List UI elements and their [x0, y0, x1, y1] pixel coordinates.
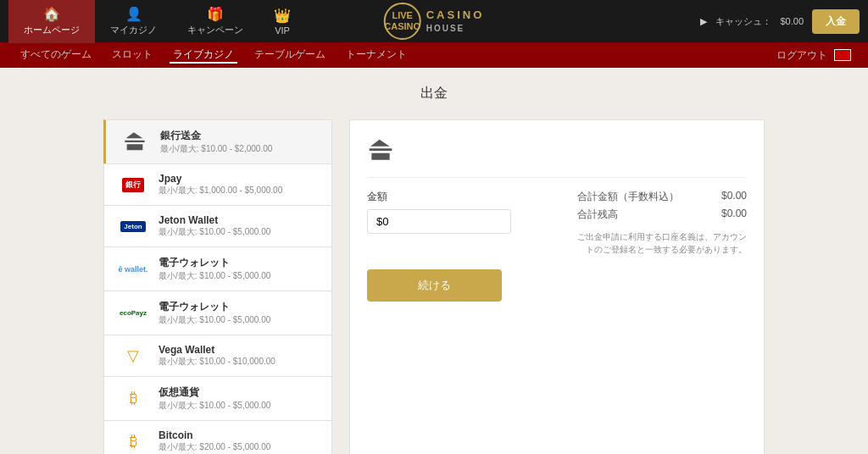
ewallet-icon: ê wallet.: [116, 257, 150, 281]
confirm-button[interactable]: 続ける: [367, 269, 502, 302]
withdrawal-form: 金額 合計金額（手数料込） $0.00 合計残高 $0.00 ご出金申請に利用す…: [349, 119, 765, 454]
bitcoin-info: Bitcoin 最小/最大: $20.00 - $5,000.00: [159, 429, 320, 453]
crypto-range: 最小/最大: $10.00 - $5,000.00: [159, 400, 320, 412]
summary-balance-row: 合計残高 $0.00: [577, 208, 747, 222]
vega-icon: ▽: [116, 344, 150, 368]
fee-label: 合計金額（手数料込）: [577, 190, 679, 204]
vega-info: Vega Wallet 最小/最大: $10.00 - $10,000.00: [159, 344, 320, 368]
flag-icon[interactable]: [834, 49, 851, 61]
jeton-name: Jeton Wallet: [159, 214, 320, 226]
logo: LIVECASINO CASINOHOUSE: [384, 3, 485, 40]
balance-label: 合計残高: [577, 208, 618, 222]
bank-range: 最小/最大: $10.00 - $2,000.00: [160, 143, 320, 155]
nav-vip-label: VIP: [275, 25, 290, 36]
bitcoin-range: 最小/最大: $20.00 - $5,000.00: [159, 441, 320, 453]
subnav-slots[interactable]: スロット: [108, 47, 156, 64]
home-icon: 🏠: [43, 6, 60, 22]
jeton-info: Jeton Wallet 最小/最大: $10.00 - $5,000.00: [159, 214, 320, 238]
nav-home-label: ホームページ: [24, 24, 80, 36]
payment-item-bitcoin[interactable]: ₿ Bitcoin 最小/最大: $20.00 - $5,000.00: [103, 420, 332, 454]
ewallet-range: 最小/最大: $10.00 - $5,000.00: [159, 270, 320, 282]
bitcoin-name: Bitcoin: [159, 429, 320, 441]
amount-input[interactable]: [367, 209, 511, 234]
cash-value: $0.00: [780, 16, 804, 26]
payment-item-jeton[interactable]: Jeton Jeton Wallet 最小/最大: $10.00 - $5,00…: [103, 205, 332, 246]
ecopayz-info: 電子ウォレット 最小/最大: $10.00 - $5,000.00: [159, 300, 320, 326]
subnav: すべてのゲーム スロット ライブカジノ テーブルゲーム トーナメント ログアウト: [0, 42, 868, 68]
cash-label: キャッシュ：: [715, 15, 771, 28]
subnav-tournament[interactable]: トーナメント: [342, 47, 410, 64]
amount-section: 金額: [367, 190, 543, 234]
nav-home[interactable]: 🏠 ホームページ: [8, 0, 95, 43]
nav-campaign[interactable]: 🎁 キャンペーン: [172, 0, 259, 43]
bank-icon: [118, 130, 152, 154]
main-content: 出金 銀行送金 最小/最大: $10.00 - $2,000.00 銀行: [0, 68, 868, 454]
payment-item-bank[interactable]: 銀行送金 最小/最大: $10.00 - $2,000.00: [103, 119, 332, 163]
crypto-name: 仮想通貨: [159, 385, 320, 400]
payment-item-crypto[interactable]: ₿ 仮想通貨 最小/最大: $10.00 - $5,000.00: [103, 376, 332, 420]
crypto-info: 仮想通貨 最小/最大: $10.00 - $5,000.00: [159, 385, 320, 412]
form-body: 金額 合計金額（手数料込） $0.00 合計残高 $0.00 ご出金申請に利用す…: [367, 190, 747, 256]
subnav-right: ログアウト: [776, 48, 851, 63]
ecopayz-name: 電子ウォレット: [159, 300, 320, 314]
page-title: 出金: [420, 85, 448, 102]
header-right: ▶ キャッシュ： $0.00 入金: [700, 9, 860, 34]
jpay-icon: 銀行: [116, 173, 150, 197]
subnav-live-casino[interactable]: ライブカジノ: [170, 47, 237, 64]
nav-myaccount[interactable]: 👤 マイカジノ: [95, 0, 172, 43]
bank-info: 銀行送金 最小/最大: $10.00 - $2,000.00: [160, 129, 320, 155]
payment-item-ecopayz[interactable]: ecoPayz 電子ウォレット 最小/最大: $10.00 - $5,000.0…: [103, 291, 332, 335]
ewallet-info: 電子ウォレット 最小/最大: $10.00 - $5,000.00: [159, 256, 320, 282]
bank-name: 銀行送金: [160, 129, 320, 143]
vega-name: Vega Wallet: [159, 344, 320, 356]
ecopayz-icon: ecoPayz: [116, 302, 150, 325]
nav-myaccount-label: マイカジノ: [110, 24, 157, 36]
nav-vip[interactable]: 👑 VIP: [259, 1, 306, 42]
jpay-name: Jpay: [159, 173, 320, 185]
summary-fee-row: 合計金額（手数料込） $0.00: [577, 190, 747, 204]
jeton-icon: Jeton: [116, 214, 150, 238]
payment-list: 銀行送金 最小/最大: $10.00 - $2,000.00 銀行 Jpay 最…: [103, 119, 332, 454]
amount-label: 金額: [367, 190, 543, 204]
play-icon: ▶: [700, 16, 707, 27]
subnav-left: すべてのゲーム スロット ライブカジノ テーブルゲーム トーナメント: [17, 47, 410, 64]
jpay-info: Jpay 最小/最大: $1,000.00 - $5,000.00: [159, 173, 320, 197]
notice-text: ご出金申請に利用する口座名義は、アカウントのご登録名と一致する必要があります。: [577, 230, 747, 256]
crypto-icon: ₿: [116, 387, 150, 411]
logo-text: CASINOHOUSE: [426, 8, 485, 34]
balance-value: $0.00: [721, 208, 747, 222]
jpay-range: 最小/最大: $1,000.00 - $5,000.00: [159, 185, 320, 197]
vega-range: 最小/最大: $10.00 - $10,000.00: [159, 356, 320, 368]
vip-icon: 👑: [274, 8, 291, 24]
payment-item-ewallet[interactable]: ê wallet. 電子ウォレット 最小/最大: $10.00 - $5,000…: [103, 246, 332, 291]
deposit-button[interactable]: 入金: [812, 9, 860, 34]
bitcoin-icon: ₿: [116, 429, 150, 453]
account-icon: 👤: [125, 6, 142, 22]
form-bank-icon: [367, 137, 394, 164]
campaign-icon: 🎁: [207, 6, 224, 22]
header: 🏠 ホームページ 👤 マイカジノ 🎁 キャンペーン 👑 VIP LIVECASI…: [0, 0, 868, 42]
main-nav: 🏠 ホームページ 👤 マイカジノ 🎁 キャンペーン 👑 VIP: [8, 0, 306, 43]
content-area: 銀行送金 最小/最大: $10.00 - $2,000.00 銀行 Jpay 最…: [103, 119, 765, 454]
nav-campaign-label: キャンペーン: [187, 24, 243, 36]
subnav-all-games[interactable]: すべてのゲーム: [17, 47, 95, 64]
logout-button[interactable]: ログアウト: [776, 48, 827, 63]
payment-item-vega[interactable]: ▽ Vega Wallet 最小/最大: $10.00 - $10,000.00: [103, 335, 332, 376]
fee-value: $0.00: [721, 190, 747, 204]
payment-item-jpay[interactable]: 銀行 Jpay 最小/最大: $1,000.00 - $5,000.00: [103, 163, 332, 205]
jeton-range: 最小/最大: $10.00 - $5,000.00: [159, 226, 320, 238]
summary-section: 合計金額（手数料込） $0.00 合計残高 $0.00 ご出金申請に利用する口座…: [577, 190, 747, 256]
ecopayz-range: 最小/最大: $10.00 - $5,000.00: [159, 314, 320, 326]
ewallet-name: 電子ウォレット: [159, 256, 320, 270]
subnav-table-games[interactable]: テーブルゲーム: [251, 47, 329, 64]
